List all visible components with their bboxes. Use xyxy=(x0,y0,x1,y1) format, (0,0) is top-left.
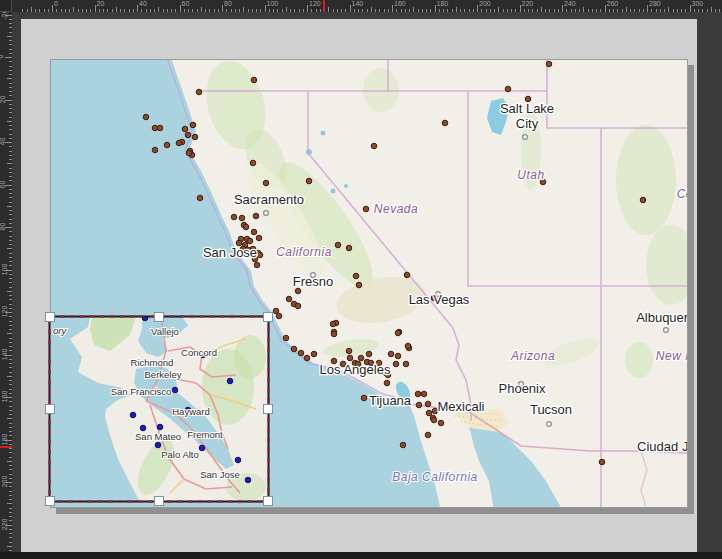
ruler-tick xyxy=(9,253,12,254)
ruler-label: 20 xyxy=(97,0,105,7)
ruler-tick xyxy=(163,9,164,12)
ruler-tick xyxy=(9,176,12,177)
ruler-label: 80 xyxy=(224,0,232,7)
ruler-tick xyxy=(9,410,12,411)
ruler-label: 220 xyxy=(522,0,534,7)
data-point xyxy=(331,331,337,337)
ruler-tick xyxy=(9,380,12,381)
ruler-tick xyxy=(9,180,12,181)
data-point xyxy=(438,420,444,426)
ruler-tick xyxy=(435,5,436,12)
ruler-label: 200 xyxy=(479,0,491,7)
ruler-tick xyxy=(103,9,104,12)
data-point xyxy=(250,160,256,166)
ruler-tick xyxy=(316,9,317,12)
state-label: Colorado xyxy=(677,187,688,201)
ruler-tick xyxy=(9,261,12,262)
ruler-tick xyxy=(9,401,12,402)
ruler-tick xyxy=(9,231,12,232)
ruler-tick xyxy=(9,108,12,109)
ruler-tick xyxy=(524,9,525,12)
ruler-label: 0 xyxy=(0,55,4,59)
data-point xyxy=(185,132,191,138)
ruler-tick xyxy=(9,499,12,500)
ruler-tick xyxy=(158,7,159,12)
data-point xyxy=(363,206,369,212)
ruler-tick xyxy=(656,9,657,12)
ruler-tick xyxy=(9,112,12,113)
ruler-tick xyxy=(460,9,461,12)
resize-handle[interactable] xyxy=(263,312,273,322)
ruler-tick xyxy=(294,9,295,12)
ruler-label: 0 xyxy=(54,0,58,7)
ruler-tick xyxy=(73,7,74,12)
ruler-tick xyxy=(711,7,712,12)
ruler-label: 260 xyxy=(607,0,619,7)
inset-data-point xyxy=(245,477,251,483)
data-point xyxy=(425,401,431,407)
ruler-tick xyxy=(9,19,12,20)
ruler-label: 100 xyxy=(1,263,8,275)
resize-handle[interactable] xyxy=(154,312,164,322)
ruler-tick xyxy=(409,9,410,12)
resize-handle[interactable] xyxy=(45,404,55,414)
data-point xyxy=(335,242,341,248)
ruler-label: 140 xyxy=(1,348,8,360)
ruler-tick xyxy=(668,7,669,12)
ruler-tick xyxy=(9,189,12,190)
ruler-tick xyxy=(78,9,79,12)
data-point xyxy=(190,122,196,128)
resize-handle[interactable] xyxy=(154,496,164,506)
inset-data-point xyxy=(155,442,161,448)
ruler-tick xyxy=(486,9,487,12)
ruler-tick xyxy=(405,9,406,12)
ruler-tick xyxy=(9,244,12,245)
data-point xyxy=(257,252,263,258)
ruler-tick xyxy=(167,9,168,12)
inset-city-label: Fremont xyxy=(187,429,223,440)
ruler-tick xyxy=(137,5,138,12)
data-point xyxy=(298,350,304,356)
ruler-tick xyxy=(384,9,385,12)
ruler-tick xyxy=(9,240,12,241)
inset-data-point xyxy=(157,424,163,430)
ruler-tick xyxy=(9,299,12,300)
map-item-bay-area-inset[interactable]: VallejoConcordRichmondBerkeleySan Franci… xyxy=(50,317,268,501)
data-point xyxy=(426,410,432,416)
layout-page[interactable]: Salt LakeCitySacramentoSan JoseFresnoLas… xyxy=(21,19,697,552)
ruler-tick xyxy=(303,9,304,12)
resize-handle[interactable] xyxy=(263,404,273,414)
city-label: Ciudad Juárez xyxy=(637,439,688,454)
ruler-tick xyxy=(9,308,12,309)
ruler-tick xyxy=(422,9,423,12)
ruler-tick xyxy=(396,9,397,12)
ruler-tick xyxy=(222,5,223,12)
ruler-tick xyxy=(647,5,648,12)
ruler-tick xyxy=(9,550,12,551)
ruler-tick xyxy=(35,9,36,12)
ruler-tick xyxy=(9,125,12,126)
ruler-tick xyxy=(583,7,584,12)
city-marker xyxy=(264,211,269,216)
ruler-tick xyxy=(715,9,716,12)
ruler-tick xyxy=(698,9,699,12)
ruler-tick xyxy=(299,9,300,12)
ruler-tick xyxy=(702,9,703,12)
ruler-tick xyxy=(571,9,572,12)
city-label: Mexicali xyxy=(438,399,485,414)
inset-data-point xyxy=(172,387,178,393)
ruler-tick xyxy=(9,363,12,364)
ruler-tick xyxy=(7,461,12,462)
resize-handle[interactable] xyxy=(45,312,55,322)
ruler-tick xyxy=(354,9,355,12)
resize-handle[interactable] xyxy=(263,496,273,506)
ruler-tick xyxy=(9,367,12,368)
resize-handle[interactable] xyxy=(45,496,55,506)
city-label: Albuquerque xyxy=(636,310,688,325)
data-point xyxy=(283,335,289,341)
horizontal-ruler[interactable]: 0204060801001201401601802002202402602803… xyxy=(12,0,722,12)
vertical-ruler[interactable]: -20020406080100120140160180200220 xyxy=(0,12,12,552)
ruler-tick xyxy=(256,9,257,12)
ruler-tick xyxy=(558,9,559,12)
ruler-tick xyxy=(367,9,368,12)
